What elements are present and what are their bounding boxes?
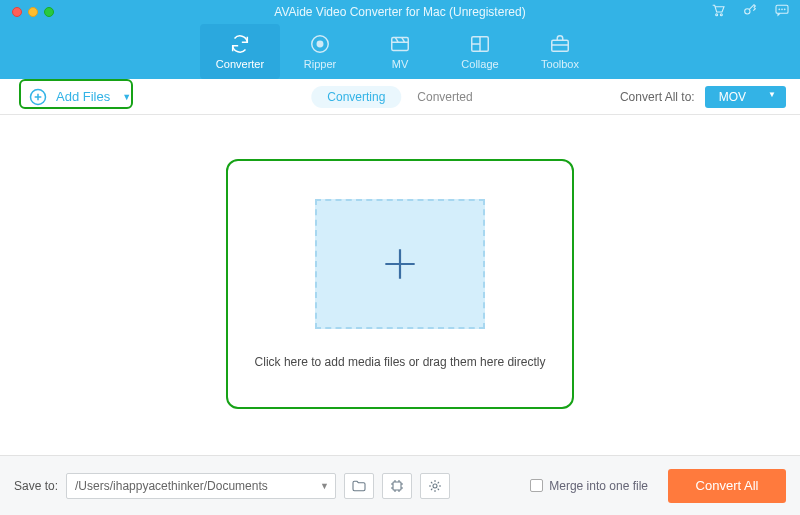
minimize-window[interactable] — [28, 7, 38, 17]
nav-label: Toolbox — [541, 58, 579, 70]
add-files-button[interactable]: Add Files ▼ — [28, 87, 131, 107]
highlight-annotation: Click here to add media files or drag th… — [226, 159, 574, 409]
nav-label: Converter — [216, 58, 264, 70]
main-nav: Converter Ripper MV Collage Toolbox — [0, 24, 800, 79]
plus-icon — [378, 242, 422, 286]
svg-rect-11 — [552, 40, 569, 51]
bottom-bar: Save to: /Users/ihappyacethinker/Documen… — [0, 455, 800, 515]
close-window[interactable] — [12, 7, 22, 17]
chevron-down-icon[interactable]: ▼ — [122, 92, 131, 102]
convert-all-to-label: Convert All to: — [620, 90, 695, 104]
svg-rect-9 — [392, 38, 409, 51]
svg-point-1 — [720, 14, 722, 16]
conversion-tabs: Converting Converted — [311, 86, 488, 108]
svg-rect-13 — [393, 482, 401, 490]
key-icon[interactable] — [742, 2, 758, 22]
settings-button[interactable] — [420, 473, 450, 499]
nav-label: Ripper — [304, 58, 336, 70]
dropzone[interactable] — [315, 199, 485, 329]
dropzone-hint: Click here to add media files or drag th… — [255, 355, 546, 369]
nav-ripper[interactable]: Ripper — [280, 24, 360, 79]
svg-point-14 — [433, 484, 437, 488]
svg-point-2 — [745, 9, 750, 14]
window-controls — [0, 7, 54, 17]
nav-converter[interactable]: Converter — [200, 24, 280, 79]
output-format-select[interactable]: MOV — [705, 86, 786, 108]
nav-mv[interactable]: MV — [360, 24, 440, 79]
main-area: Click here to add media files or drag th… — [0, 115, 800, 409]
convert-all-button[interactable]: Convert All — [668, 469, 786, 503]
save-path-value: /Users/ihappyacethinker/Documents — [75, 479, 268, 493]
zoom-window[interactable] — [44, 7, 54, 17]
add-files-label: Add Files — [56, 89, 110, 104]
nav-label: Collage — [461, 58, 498, 70]
merge-checkbox[interactable] — [530, 479, 543, 492]
merge-label: Merge into one file — [549, 479, 648, 493]
convert-all-to: Convert All to: MOV — [620, 86, 786, 108]
sub-toolbar: Add Files ▼ Converting Converted Convert… — [0, 79, 800, 115]
nav-collage[interactable]: Collage — [440, 24, 520, 79]
chat-icon[interactable] — [774, 2, 790, 22]
window-title: AVAide Video Converter for Mac (Unregist… — [274, 5, 525, 19]
svg-point-5 — [782, 9, 783, 10]
titlebar-actions — [710, 2, 790, 22]
svg-point-0 — [716, 14, 718, 16]
tab-converted[interactable]: Converted — [401, 86, 488, 108]
cart-icon[interactable] — [710, 2, 726, 22]
titlebar: AVAide Video Converter for Mac (Unregist… — [0, 0, 800, 24]
nav-toolbox[interactable]: Toolbox — [520, 24, 600, 79]
svg-point-4 — [779, 9, 780, 10]
merge-option[interactable]: Merge into one file — [530, 479, 648, 493]
save-path-select[interactable]: /Users/ihappyacethinker/Documents ▼ — [66, 473, 336, 499]
chevron-down-icon: ▼ — [320, 481, 329, 491]
open-folder-button[interactable] — [344, 473, 374, 499]
hardware-accel-button[interactable] — [382, 473, 412, 499]
svg-point-6 — [784, 9, 785, 10]
nav-label: MV — [392, 58, 409, 70]
save-to-label: Save to: — [14, 479, 58, 493]
tab-converting[interactable]: Converting — [311, 86, 401, 108]
svg-point-8 — [317, 41, 323, 47]
